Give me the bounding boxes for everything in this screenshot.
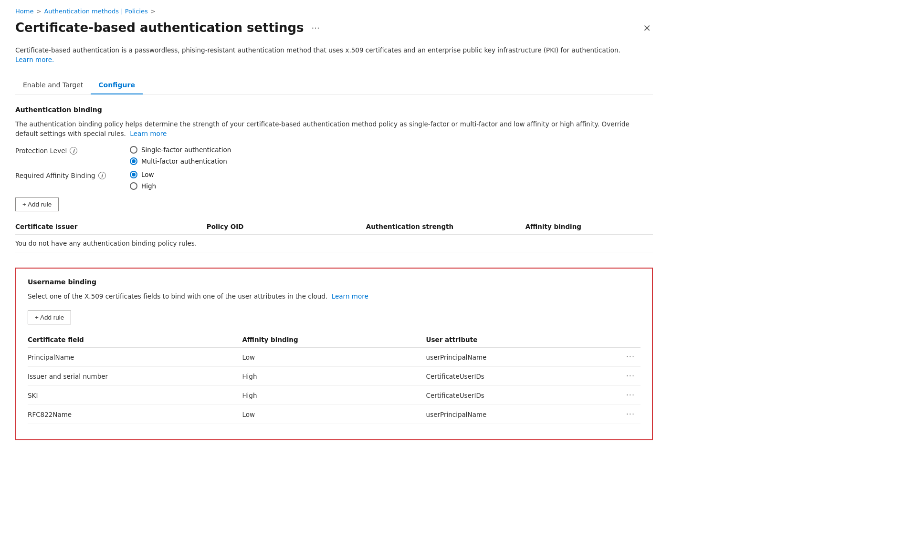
- username-binding-row: SKI High CertificateUserIDs ···: [28, 386, 640, 405]
- breadcrumb-auth-methods[interactable]: Authentication methods | Policies: [44, 8, 147, 15]
- affinity-binding-cell: High: [242, 386, 426, 405]
- radio-multi-factor-label: Multi-factor authentication: [141, 157, 227, 165]
- affinity-binding-radio-group: Low High: [130, 171, 156, 190]
- radio-high[interactable]: High: [130, 182, 156, 190]
- col-header-user-attr: User attribute: [426, 332, 610, 348]
- username-binding-row: PrincipalName Low userPrincipalName ···: [28, 348, 640, 367]
- protection-level-row: Protection Level i Single-factor authent…: [15, 146, 653, 165]
- affinity-binding-label: Required Affinity Binding i: [15, 171, 111, 179]
- auth-binding-description: The authentication binding policy helps …: [15, 119, 653, 139]
- affinity-binding-cell: Low: [242, 348, 426, 367]
- tab-enable-and-target[interactable]: Enable and Target: [15, 76, 91, 94]
- breadcrumb: Home > Authentication methods | Policies…: [15, 8, 653, 15]
- affinity-binding-row: Required Affinity Binding i Low High: [15, 171, 653, 190]
- auth-binding-empty-message: You do not have any authentication bindi…: [15, 235, 653, 252]
- user-attribute-cell: userPrincipalName: [426, 348, 610, 367]
- page-title-row: Certificate-based authentication setting…: [15, 21, 322, 35]
- tabs: Enable and Target Configure: [15, 76, 653, 94]
- auth-binding-table: Certificate issuer Policy OID Authentica…: [15, 219, 653, 252]
- radio-low-circle: [130, 171, 137, 178]
- auth-binding-section: Authentication binding The authenticatio…: [15, 106, 653, 253]
- radio-high-circle: [130, 182, 137, 190]
- username-binding-row: RFC822Name Low userPrincipalName ···: [28, 405, 640, 424]
- row-more-options-icon[interactable]: ···: [626, 372, 635, 381]
- affinity-binding-info-icon[interactable]: i: [98, 172, 106, 179]
- radio-single-factor-circle: [130, 146, 137, 154]
- cert-field-cell: SKI: [28, 386, 242, 405]
- username-binding-table: Certificate field Affinity binding User …: [28, 332, 640, 424]
- user-attribute-cell: CertificateUserIDs: [426, 386, 610, 405]
- row-actions-cell: ···: [610, 386, 640, 405]
- row-actions-cell: ···: [610, 348, 640, 367]
- radio-multi-factor-dot: [132, 159, 136, 163]
- radio-low-dot: [132, 173, 136, 176]
- username-binding-section: Username binding Select one of the X.509…: [15, 268, 653, 440]
- username-binding-learn-more[interactable]: Learn more: [332, 292, 368, 300]
- col-header-cert-issuer: Certificate issuer: [15, 219, 207, 235]
- col-header-affinity: Affinity binding: [242, 332, 426, 348]
- radio-low[interactable]: Low: [130, 171, 156, 178]
- page-header: Certificate-based authentication setting…: [15, 21, 653, 36]
- page-description: Certificate-based authentication is a pa…: [15, 45, 636, 65]
- breadcrumb-sep-1: >: [36, 8, 41, 15]
- radio-high-label: High: [141, 182, 156, 190]
- more-options-icon[interactable]: ···: [310, 21, 322, 35]
- radio-single-factor[interactable]: Single-factor authentication: [130, 146, 231, 154]
- col-header-policy-oid: Policy OID: [207, 219, 366, 235]
- col-header-actions: [610, 332, 640, 348]
- auth-binding-learn-more[interactable]: Learn more: [130, 130, 167, 137]
- username-binding-description: Select one of the X.509 certificates fie…: [28, 291, 640, 301]
- close-icon[interactable]: ✕: [641, 21, 653, 36]
- breadcrumb-sep-2: >: [151, 8, 156, 15]
- radio-multi-factor-circle: [130, 157, 137, 165]
- username-binding-title: Username binding: [28, 278, 640, 286]
- row-actions-cell: ···: [610, 367, 640, 386]
- tab-configure[interactable]: Configure: [91, 76, 143, 94]
- affinity-binding-cell: Low: [242, 405, 426, 424]
- auth-binding-add-rule-button[interactable]: + Add rule: [15, 197, 59, 211]
- col-header-auth-strength: Authentication strength: [366, 219, 525, 235]
- radio-multi-factor[interactable]: Multi-factor authentication: [130, 157, 231, 165]
- row-more-options-icon[interactable]: ···: [626, 410, 635, 419]
- cert-field-cell: PrincipalName: [28, 348, 242, 367]
- breadcrumb-home[interactable]: Home: [15, 8, 33, 15]
- protection-level-radio-group: Single-factor authentication Multi-facto…: [130, 146, 231, 165]
- affinity-binding-cell: High: [242, 367, 426, 386]
- username-binding-add-rule-button[interactable]: + Add rule: [28, 311, 71, 324]
- col-header-affinity-binding: Affinity binding: [525, 219, 653, 235]
- page-container: Home > Authentication methods | Policies…: [0, 0, 668, 456]
- radio-low-label: Low: [141, 171, 154, 178]
- protection-level-info-icon[interactable]: i: [70, 147, 77, 155]
- page-learn-more-link[interactable]: Learn more.: [15, 56, 54, 63]
- row-actions-cell: ···: [610, 405, 640, 424]
- username-binding-row: Issuer and serial number High Certificat…: [28, 367, 640, 386]
- user-attribute-cell: userPrincipalName: [426, 405, 610, 424]
- cert-field-cell: Issuer and serial number: [28, 367, 242, 386]
- page-title: Certificate-based authentication setting…: [15, 21, 304, 35]
- row-more-options-icon[interactable]: ···: [626, 391, 635, 400]
- cert-field-cell: RFC822Name: [28, 405, 242, 424]
- col-header-cert-field: Certificate field: [28, 332, 242, 348]
- user-attribute-cell: CertificateUserIDs: [426, 367, 610, 386]
- protection-level-label: Protection Level i: [15, 146, 111, 155]
- auth-binding-title: Authentication binding: [15, 106, 653, 114]
- row-more-options-icon[interactable]: ···: [626, 353, 635, 362]
- auth-binding-empty-row: You do not have any authentication bindi…: [15, 235, 653, 252]
- radio-single-factor-label: Single-factor authentication: [141, 146, 231, 154]
